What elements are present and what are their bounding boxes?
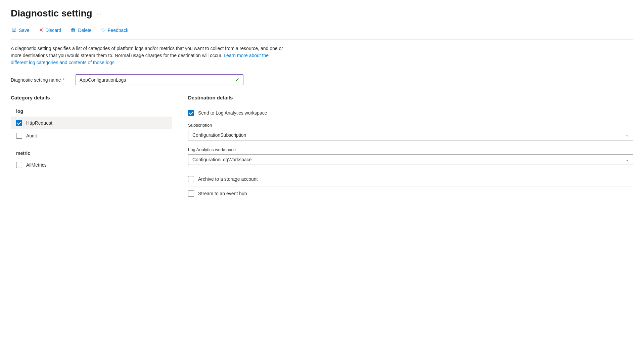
save-button[interactable]: 🖫 Save (11, 26, 30, 35)
category-details-title: Category details (11, 95, 172, 100)
allmetrics-checkbox[interactable] (16, 162, 22, 168)
page-title: Diagnostic setting ··· (11, 8, 633, 19)
input-valid-icon: ✓ (235, 77, 239, 83)
list-item: Audit (11, 129, 172, 142)
page-ellipsis: ··· (96, 10, 102, 17)
metric-bottom-divider (11, 174, 172, 174)
subscription-label: Subscription (188, 123, 633, 128)
delete-button[interactable]: 🗑 Delete (70, 26, 92, 35)
log-analytics-main-row: Send to Log Analytics workspace (188, 106, 633, 119)
archive-storage-checkbox[interactable] (188, 176, 194, 182)
description-text: A diagnostic setting specifies a list of… (11, 45, 286, 66)
httprequest-checkbox[interactable] (16, 120, 22, 126)
list-item: HttpRequest (11, 117, 172, 129)
httprequest-label: HttpRequest (26, 120, 52, 126)
setting-name-row: Diagnostic setting name * ✓ (11, 74, 633, 85)
feedback-button[interactable]: ♡ Feedback (100, 26, 129, 35)
delete-icon: 🗑 (71, 27, 76, 33)
main-content: Category details log HttpRequest Audit m… (11, 95, 633, 201)
log-analytics-label: Send to Log Analytics workspace (198, 110, 267, 116)
workspace-chevron-icon: ⌄ (626, 157, 629, 162)
log-analytics-section: Send to Log Analytics workspace Subscrip… (188, 106, 633, 172)
required-indicator: * (61, 77, 64, 83)
event-hub-label: Stream to an event hub (198, 191, 247, 196)
allmetrics-label: AllMetrics (26, 162, 47, 168)
archive-storage-row: Archive to a storage account (188, 172, 633, 186)
audit-checkbox[interactable] (16, 133, 22, 139)
destination-details-panel: Destination details Send to Log Analytic… (188, 95, 633, 201)
toolbar: 🖫 Save ✕ Discard 🗑 Delete ♡ Feedback (11, 26, 633, 40)
event-hub-checkbox[interactable] (188, 190, 194, 197)
save-icon: 🖫 (11, 27, 17, 33)
subscription-section: Subscription ConfigurationSubscription ⌄ (188, 119, 633, 143)
log-group-label: log (11, 106, 172, 117)
setting-name-input-wrapper: ✓ (76, 74, 243, 85)
list-item: AllMetrics (11, 159, 172, 171)
workspace-select[interactable]: ConfigurationLogWorkspace ⌄ (188, 154, 633, 165)
destination-details-title: Destination details (188, 95, 633, 100)
metric-group-label: metric (11, 148, 172, 159)
discard-icon: ✕ (39, 27, 43, 33)
feedback-icon: ♡ (101, 27, 106, 33)
archive-storage-label: Archive to a storage account (198, 176, 258, 182)
discard-button[interactable]: ✕ Discard (38, 26, 62, 35)
subscription-value: ConfigurationSubscription (192, 132, 246, 138)
setting-name-input[interactable] (80, 77, 232, 83)
setting-name-label: Diagnostic setting name * (11, 77, 65, 83)
event-hub-row: Stream to an event hub (188, 186, 633, 201)
category-details-panel: Category details log HttpRequest Audit m… (11, 95, 172, 177)
subscription-select[interactable]: ConfigurationSubscription ⌄ (188, 130, 633, 140)
workspace-section: Log Analytics workspace ConfigurationLog… (188, 143, 633, 168)
audit-label: Audit (26, 133, 37, 138)
workspace-value: ConfigurationLogWorkspace (192, 157, 251, 162)
log-analytics-checkbox[interactable] (188, 110, 194, 116)
workspace-label: Log Analytics workspace (188, 147, 633, 152)
category-divider (11, 145, 172, 145)
subscription-chevron-icon: ⌄ (626, 133, 629, 137)
